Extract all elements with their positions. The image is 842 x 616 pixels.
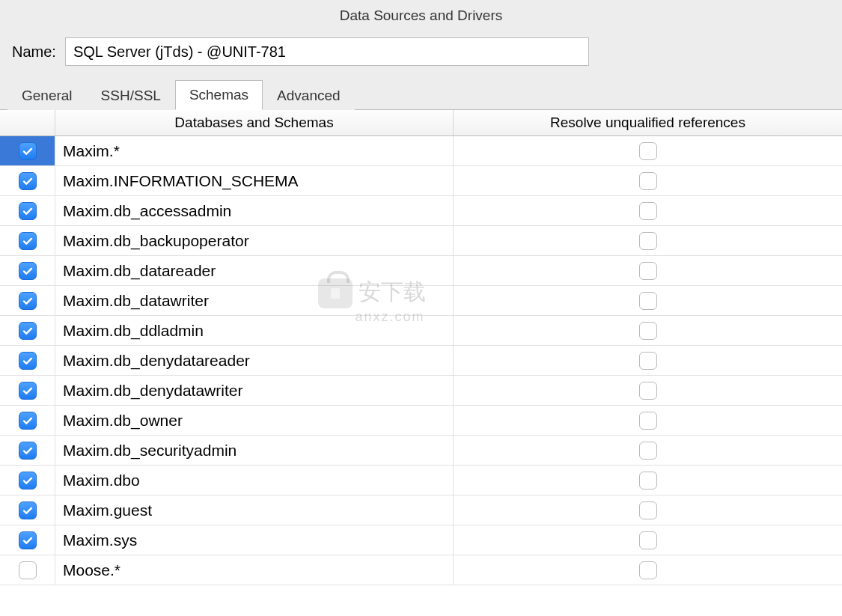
resolve-checkbox-cell [454, 525, 842, 555]
resolve-checkbox[interactable] [639, 382, 657, 400]
table-row[interactable]: Maxim.db_securityadmin [0, 436, 842, 466]
schema-name-cell: Maxim.* [55, 136, 454, 165]
table-row[interactable]: Maxim.sys [0, 525, 842, 555]
schema-name-cell: Maxim.db_datawriter [55, 286, 454, 315]
schema-name-cell: Maxim.db_denydatareader [55, 346, 454, 375]
schema-name-cell: Maxim.db_securityadmin [55, 436, 454, 465]
schema-checkbox[interactable] [19, 501, 37, 519]
resolve-checkbox[interactable] [639, 442, 657, 460]
tab-advanced[interactable]: Advanced [263, 81, 355, 110]
schema-checkbox-cell [0, 166, 55, 195]
schema-checkbox-cell [0, 286, 55, 315]
schema-checkbox[interactable] [19, 172, 37, 190]
resolve-checkbox[interactable] [639, 262, 657, 280]
schema-checkbox-cell [0, 136, 55, 165]
schema-name-cell: Maxim.dbo [55, 466, 454, 495]
schema-checkbox-cell [0, 316, 55, 345]
schema-checkbox-cell [0, 226, 55, 255]
header-resolve: Resolve unqualified references [454, 110, 842, 135]
resolve-checkbox[interactable] [639, 472, 657, 490]
table-row[interactable]: Maxim.db_backupoperator [0, 226, 842, 256]
resolve-checkbox-cell [454, 436, 842, 465]
resolve-checkbox[interactable] [639, 352, 657, 370]
table-row[interactable]: Moose.* [0, 555, 842, 585]
schema-checkbox[interactable] [19, 472, 37, 490]
header-schemas: Databases and Schemas [55, 110, 454, 135]
resolve-checkbox[interactable] [639, 501, 657, 519]
schema-checkbox[interactable] [19, 262, 37, 280]
schema-checkbox[interactable] [19, 232, 37, 250]
schema-checkbox-cell [0, 525, 55, 555]
resolve-checkbox[interactable] [639, 172, 657, 190]
table-row[interactable]: Maxim.dbo [0, 466, 842, 495]
schema-checkbox-cell [0, 406, 55, 435]
schema-name-cell: Maxim.db_backupoperator [55, 226, 454, 255]
resolve-checkbox-cell [454, 286, 842, 315]
schema-name-cell: Maxim.db_ddladmin [55, 316, 454, 345]
name-row: Name: [0, 30, 842, 79]
schema-name-cell: Maxim.db_owner [55, 406, 454, 435]
table-row[interactable]: Maxim.db_datawriter [0, 286, 842, 316]
schema-name-cell: Maxim.db_accessadmin [55, 196, 454, 225]
table-row[interactable]: Maxim.guest [0, 495, 842, 525]
schema-checkbox[interactable] [19, 202, 37, 220]
schema-checkbox[interactable] [19, 322, 37, 340]
resolve-checkbox[interactable] [639, 232, 657, 250]
resolve-checkbox-cell [454, 316, 842, 345]
name-input[interactable] [65, 37, 589, 66]
schema-checkbox[interactable] [19, 442, 37, 460]
resolve-checkbox[interactable] [639, 412, 657, 430]
resolve-checkbox-cell [454, 555, 842, 585]
resolve-checkbox-cell [454, 495, 842, 525]
tab-general[interactable]: General [7, 81, 87, 110]
schema-checkbox-cell [0, 466, 55, 495]
table-row[interactable]: Maxim.db_accessadmin [0, 196, 842, 226]
resolve-checkbox-cell [454, 376, 842, 405]
tab-schemas[interactable]: Schemas [175, 80, 263, 110]
resolve-checkbox[interactable] [639, 531, 657, 549]
table-row[interactable]: Maxim.db_owner [0, 406, 842, 436]
schema-name-cell: Maxim.INFORMATION_SCHEMA [55, 166, 454, 195]
resolve-checkbox-cell [454, 226, 842, 255]
schema-checkbox-cell [0, 555, 55, 585]
schema-checkbox-cell [0, 346, 55, 375]
schema-checkbox[interactable] [19, 142, 37, 160]
resolve-checkbox-cell [454, 166, 842, 195]
schema-checkbox[interactable] [19, 412, 37, 430]
schema-checkbox-cell [0, 196, 55, 225]
schema-checkbox[interactable] [19, 382, 37, 400]
resolve-checkbox[interactable] [639, 202, 657, 220]
schema-checkbox-cell [0, 495, 55, 525]
schema-checkbox-cell [0, 376, 55, 405]
resolve-checkbox-cell [454, 136, 842, 165]
schema-checkbox[interactable] [19, 561, 37, 579]
table-header: Databases and Schemas Resolve unqualifie… [0, 110, 842, 136]
resolve-checkbox[interactable] [639, 322, 657, 340]
schema-checkbox-cell [0, 436, 55, 465]
resolve-checkbox-cell [454, 196, 842, 225]
data-sources-dialog: Data Sources and Drivers Name: GeneralSS… [0, 0, 842, 616]
resolve-checkbox-cell [454, 406, 842, 435]
schema-name-cell: Moose.* [55, 555, 454, 585]
schema-checkbox-cell [0, 256, 55, 285]
name-label: Name: [12, 43, 56, 61]
dialog-title: Data Sources and Drivers [0, 0, 842, 30]
resolve-checkbox-cell [454, 346, 842, 375]
schema-checkbox[interactable] [19, 531, 37, 549]
schema-checkbox[interactable] [19, 292, 37, 310]
table-row[interactable]: Maxim.db_datareader [0, 256, 842, 286]
resolve-checkbox[interactable] [639, 561, 657, 579]
table-row[interactable]: Maxim.db_ddladmin [0, 316, 842, 346]
table-row[interactable]: Maxim.INFORMATION_SCHEMA [0, 166, 842, 196]
tabs-bar: GeneralSSH/SSLSchemasAdvanced [0, 79, 842, 110]
table-row[interactable]: Maxim.db_denydatareader [0, 346, 842, 376]
resolve-checkbox[interactable] [639, 142, 657, 160]
table-row[interactable]: Maxim.db_denydatawriter [0, 376, 842, 406]
schema-name-cell: Maxim.sys [55, 525, 454, 555]
table-row[interactable]: Maxim.* [0, 136, 842, 166]
resolve-checkbox[interactable] [639, 292, 657, 310]
schema-checkbox[interactable] [19, 352, 37, 370]
schema-name-cell: Maxim.db_datareader [55, 256, 454, 285]
resolve-checkbox-cell [454, 256, 842, 285]
tab-ssh-ssl[interactable]: SSH/SSL [87, 81, 175, 110]
